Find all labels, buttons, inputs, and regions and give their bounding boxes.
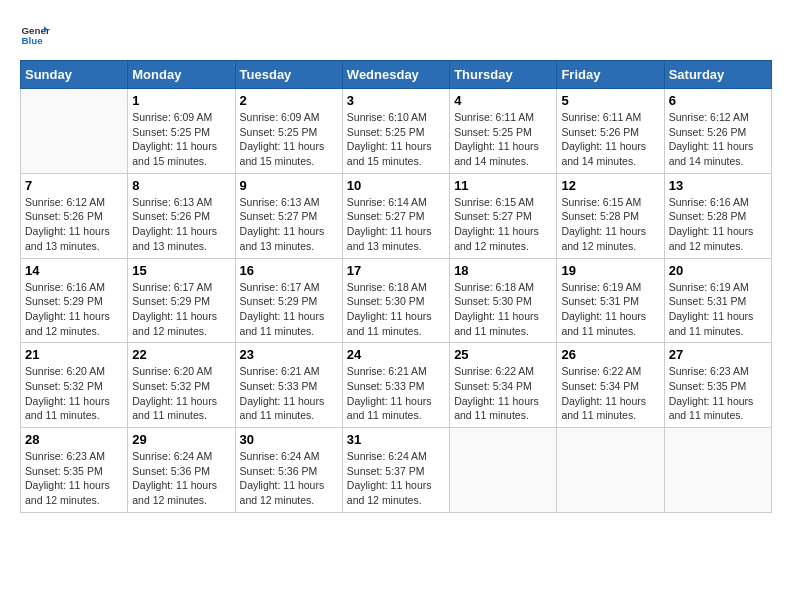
day-info: Sunrise: 6:18 AMSunset: 5:30 PMDaylight:… [347, 280, 445, 339]
calendar-week-2: 7Sunrise: 6:12 AMSunset: 5:26 PMDaylight… [21, 173, 772, 258]
day-info: Sunrise: 6:13 AMSunset: 5:27 PMDaylight:… [240, 195, 338, 254]
day-info: Sunrise: 6:24 AMSunset: 5:36 PMDaylight:… [240, 449, 338, 508]
day-number: 30 [240, 432, 338, 447]
calendar-cell: 4Sunrise: 6:11 AMSunset: 5:25 PMDaylight… [450, 89, 557, 174]
calendar-cell: 31Sunrise: 6:24 AMSunset: 5:37 PMDayligh… [342, 428, 449, 513]
day-number: 26 [561, 347, 659, 362]
calendar-cell: 28Sunrise: 6:23 AMSunset: 5:35 PMDayligh… [21, 428, 128, 513]
calendar-cell: 26Sunrise: 6:22 AMSunset: 5:34 PMDayligh… [557, 343, 664, 428]
day-number: 10 [347, 178, 445, 193]
calendar-cell: 23Sunrise: 6:21 AMSunset: 5:33 PMDayligh… [235, 343, 342, 428]
calendar-cell: 29Sunrise: 6:24 AMSunset: 5:36 PMDayligh… [128, 428, 235, 513]
day-number: 13 [669, 178, 767, 193]
weekday-header-sunday: Sunday [21, 61, 128, 89]
calendar-cell: 17Sunrise: 6:18 AMSunset: 5:30 PMDayligh… [342, 258, 449, 343]
calendar-cell: 30Sunrise: 6:24 AMSunset: 5:36 PMDayligh… [235, 428, 342, 513]
calendar-cell: 10Sunrise: 6:14 AMSunset: 5:27 PMDayligh… [342, 173, 449, 258]
calendar-cell: 19Sunrise: 6:19 AMSunset: 5:31 PMDayligh… [557, 258, 664, 343]
day-number: 28 [25, 432, 123, 447]
day-info: Sunrise: 6:19 AMSunset: 5:31 PMDaylight:… [561, 280, 659, 339]
day-info: Sunrise: 6:09 AMSunset: 5:25 PMDaylight:… [132, 110, 230, 169]
calendar-cell: 5Sunrise: 6:11 AMSunset: 5:26 PMDaylight… [557, 89, 664, 174]
day-info: Sunrise: 6:24 AMSunset: 5:36 PMDaylight:… [132, 449, 230, 508]
day-info: Sunrise: 6:11 AMSunset: 5:26 PMDaylight:… [561, 110, 659, 169]
day-number: 18 [454, 263, 552, 278]
day-number: 20 [669, 263, 767, 278]
day-number: 4 [454, 93, 552, 108]
calendar-week-4: 21Sunrise: 6:20 AMSunset: 5:32 PMDayligh… [21, 343, 772, 428]
day-info: Sunrise: 6:17 AMSunset: 5:29 PMDaylight:… [240, 280, 338, 339]
day-number: 23 [240, 347, 338, 362]
calendar-cell: 14Sunrise: 6:16 AMSunset: 5:29 PMDayligh… [21, 258, 128, 343]
day-number: 14 [25, 263, 123, 278]
day-number: 8 [132, 178, 230, 193]
calendar-cell: 24Sunrise: 6:21 AMSunset: 5:33 PMDayligh… [342, 343, 449, 428]
day-number: 19 [561, 263, 659, 278]
day-info: Sunrise: 6:18 AMSunset: 5:30 PMDaylight:… [454, 280, 552, 339]
day-number: 21 [25, 347, 123, 362]
calendar-body: 1Sunrise: 6:09 AMSunset: 5:25 PMDaylight… [21, 89, 772, 513]
calendar-week-5: 28Sunrise: 6:23 AMSunset: 5:35 PMDayligh… [21, 428, 772, 513]
day-number: 3 [347, 93, 445, 108]
weekday-header-row: SundayMondayTuesdayWednesdayThursdayFrid… [21, 61, 772, 89]
page-header: General Blue [20, 20, 772, 50]
svg-text:Blue: Blue [22, 35, 44, 46]
calendar-cell: 22Sunrise: 6:20 AMSunset: 5:32 PMDayligh… [128, 343, 235, 428]
calendar-cell [664, 428, 771, 513]
calendar-cell: 1Sunrise: 6:09 AMSunset: 5:25 PMDaylight… [128, 89, 235, 174]
day-number: 12 [561, 178, 659, 193]
weekday-header-friday: Friday [557, 61, 664, 89]
day-info: Sunrise: 6:22 AMSunset: 5:34 PMDaylight:… [454, 364, 552, 423]
day-number: 7 [25, 178, 123, 193]
day-info: Sunrise: 6:16 AMSunset: 5:28 PMDaylight:… [669, 195, 767, 254]
day-number: 27 [669, 347, 767, 362]
calendar-cell: 27Sunrise: 6:23 AMSunset: 5:35 PMDayligh… [664, 343, 771, 428]
day-number: 5 [561, 93, 659, 108]
day-info: Sunrise: 6:21 AMSunset: 5:33 PMDaylight:… [347, 364, 445, 423]
day-info: Sunrise: 6:15 AMSunset: 5:27 PMDaylight:… [454, 195, 552, 254]
day-number: 6 [669, 93, 767, 108]
day-info: Sunrise: 6:22 AMSunset: 5:34 PMDaylight:… [561, 364, 659, 423]
day-info: Sunrise: 6:12 AMSunset: 5:26 PMDaylight:… [25, 195, 123, 254]
day-info: Sunrise: 6:12 AMSunset: 5:26 PMDaylight:… [669, 110, 767, 169]
calendar-week-3: 14Sunrise: 6:16 AMSunset: 5:29 PMDayligh… [21, 258, 772, 343]
day-number: 16 [240, 263, 338, 278]
calendar-cell [557, 428, 664, 513]
day-info: Sunrise: 6:11 AMSunset: 5:25 PMDaylight:… [454, 110, 552, 169]
calendar-cell [450, 428, 557, 513]
day-info: Sunrise: 6:17 AMSunset: 5:29 PMDaylight:… [132, 280, 230, 339]
calendar-cell: 13Sunrise: 6:16 AMSunset: 5:28 PMDayligh… [664, 173, 771, 258]
day-number: 24 [347, 347, 445, 362]
day-info: Sunrise: 6:23 AMSunset: 5:35 PMDaylight:… [669, 364, 767, 423]
day-info: Sunrise: 6:14 AMSunset: 5:27 PMDaylight:… [347, 195, 445, 254]
calendar-cell [21, 89, 128, 174]
calendar-cell: 15Sunrise: 6:17 AMSunset: 5:29 PMDayligh… [128, 258, 235, 343]
day-number: 25 [454, 347, 552, 362]
calendar-cell: 11Sunrise: 6:15 AMSunset: 5:27 PMDayligh… [450, 173, 557, 258]
calendar-week-1: 1Sunrise: 6:09 AMSunset: 5:25 PMDaylight… [21, 89, 772, 174]
day-number: 31 [347, 432, 445, 447]
day-number: 1 [132, 93, 230, 108]
logo: General Blue [20, 20, 52, 50]
calendar-cell: 20Sunrise: 6:19 AMSunset: 5:31 PMDayligh… [664, 258, 771, 343]
calendar-cell: 9Sunrise: 6:13 AMSunset: 5:27 PMDaylight… [235, 173, 342, 258]
weekday-header-tuesday: Tuesday [235, 61, 342, 89]
weekday-header-thursday: Thursday [450, 61, 557, 89]
calendar-cell: 18Sunrise: 6:18 AMSunset: 5:30 PMDayligh… [450, 258, 557, 343]
day-info: Sunrise: 6:19 AMSunset: 5:31 PMDaylight:… [669, 280, 767, 339]
calendar-cell: 6Sunrise: 6:12 AMSunset: 5:26 PMDaylight… [664, 89, 771, 174]
day-number: 2 [240, 93, 338, 108]
calendar-cell: 25Sunrise: 6:22 AMSunset: 5:34 PMDayligh… [450, 343, 557, 428]
day-info: Sunrise: 6:09 AMSunset: 5:25 PMDaylight:… [240, 110, 338, 169]
calendar-cell: 16Sunrise: 6:17 AMSunset: 5:29 PMDayligh… [235, 258, 342, 343]
day-info: Sunrise: 6:13 AMSunset: 5:26 PMDaylight:… [132, 195, 230, 254]
day-info: Sunrise: 6:16 AMSunset: 5:29 PMDaylight:… [25, 280, 123, 339]
calendar-cell: 21Sunrise: 6:20 AMSunset: 5:32 PMDayligh… [21, 343, 128, 428]
logo-icon: General Blue [20, 20, 50, 50]
calendar-cell: 2Sunrise: 6:09 AMSunset: 5:25 PMDaylight… [235, 89, 342, 174]
day-info: Sunrise: 6:20 AMSunset: 5:32 PMDaylight:… [132, 364, 230, 423]
day-info: Sunrise: 6:23 AMSunset: 5:35 PMDaylight:… [25, 449, 123, 508]
day-number: 15 [132, 263, 230, 278]
calendar-cell: 7Sunrise: 6:12 AMSunset: 5:26 PMDaylight… [21, 173, 128, 258]
day-number: 17 [347, 263, 445, 278]
